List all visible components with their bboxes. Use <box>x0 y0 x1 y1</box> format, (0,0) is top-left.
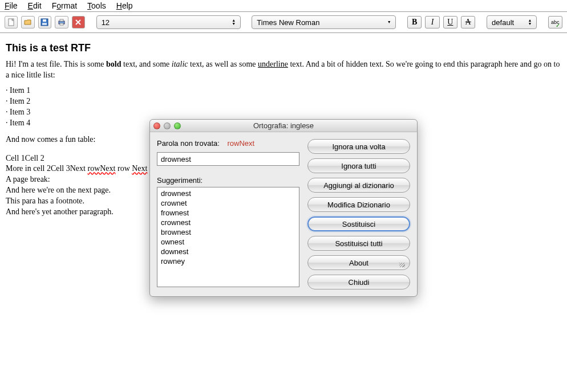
menu-help[interactable]: Help <box>116 1 133 10</box>
list-item[interactable]: downest <box>157 247 299 256</box>
about-button[interactable]: About <box>307 255 410 270</box>
svg-rect-5 <box>60 19 63 21</box>
window-zoom-icon[interactable] <box>174 122 181 129</box>
menu-tools[interactable]: Tools <box>87 1 106 10</box>
list-item[interactable]: ownest <box>157 237 299 247</box>
list-item[interactable]: rowney <box>157 256 299 266</box>
toolbar: 12 ▲▼ Times New Roman ▼ B I U A default … <box>0 12 567 33</box>
underline-button[interactable]: U <box>443 16 457 28</box>
window-close-icon[interactable] <box>153 122 160 129</box>
style-combo[interactable]: default ▲▼ <box>487 15 537 29</box>
list-item[interactable]: frownest <box>157 208 299 218</box>
doc-title: This is a test RTF <box>6 41 561 55</box>
list-item: Item 2 <box>6 96 561 107</box>
not-found-word: rowNext <box>227 139 254 148</box>
close-icon[interactable] <box>72 16 85 28</box>
replacement-input[interactable] <box>157 152 299 166</box>
replace-button[interactable]: Sostituisci <box>307 217 410 231</box>
chevron-updown-icon: ▲▼ <box>526 19 534 26</box>
svg-rect-2 <box>43 19 46 22</box>
new-icon[interactable] <box>5 16 18 28</box>
menu-format[interactable]: Format <box>52 1 77 10</box>
dialog-titlebar[interactable]: Ortografia: inglese <box>150 120 417 132</box>
spellcheck-icon[interactable]: abc <box>548 16 562 28</box>
menubar: File Edit Format Tools Help <box>0 0 567 12</box>
spellcheck-dialog: Ortografia: inglese Parola non trovata: … <box>149 119 418 297</box>
dialog-title: Ortografia: inglese <box>150 121 417 130</box>
save-icon[interactable] <box>38 16 51 28</box>
ignore-all-button[interactable]: Ignora tutti <box>307 158 410 173</box>
menu-edit[interactable]: Edit <box>28 1 42 10</box>
font-name-value: Times New Roman <box>257 18 385 27</box>
suggestions-label: Suggerimenti: <box>157 176 299 185</box>
replace-all-button[interactable]: Sostituisci tutti <box>307 236 410 251</box>
strike-button[interactable]: A <box>461 16 475 28</box>
list-item[interactable]: crownest <box>157 218 299 227</box>
list-item[interactable]: drownest <box>157 189 299 198</box>
edit-dictionary-button[interactable]: Modifica Dizionario <box>307 197 410 212</box>
font-size-value: 12 <box>102 18 230 27</box>
close-button[interactable]: Chiudi <box>307 275 410 289</box>
italic-button[interactable]: I <box>425 16 439 28</box>
font-name-combo[interactable]: Times New Roman ▼ <box>252 15 396 29</box>
suggestions-list[interactable]: drownest crownet frownest crownest brown… <box>157 187 299 287</box>
add-dictionary-button[interactable]: Aggiungi al dizionario <box>307 178 410 193</box>
font-size-combo[interactable]: 12 ▲▼ <box>96 15 241 29</box>
svg-rect-6 <box>60 23 63 25</box>
doc-paragraph: Hi! I'm a test file. This is some bold t… <box>6 59 561 81</box>
not-found-label: Parola non trovata: rowNext <box>157 139 299 148</box>
print-icon[interactable] <box>55 16 68 28</box>
chevron-updown-icon: ▲▼ <box>230 19 238 26</box>
window-minimize-icon[interactable] <box>164 122 171 129</box>
svg-rect-3 <box>42 23 47 25</box>
list-item[interactable]: crownet <box>157 198 299 208</box>
list-item: Item 1 <box>6 85 561 96</box>
open-icon[interactable] <box>21 16 34 28</box>
style-value: default <box>492 18 526 27</box>
ignore-once-button[interactable]: Ignora una volta <box>307 139 410 154</box>
list-item: Item 3 <box>6 107 561 118</box>
list-item[interactable]: brownest <box>157 227 299 237</box>
chevron-down-icon: ▼ <box>385 21 393 24</box>
bold-button[interactable]: B <box>407 16 422 28</box>
menu-file[interactable]: File <box>5 1 18 10</box>
